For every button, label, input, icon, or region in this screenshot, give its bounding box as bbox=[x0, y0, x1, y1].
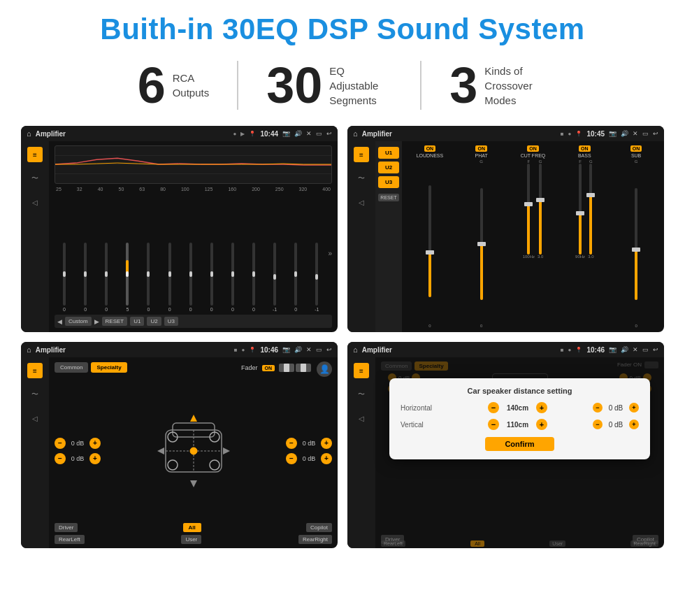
spk-plus-3[interactable]: + bbox=[321, 438, 332, 449]
eq-u1-btn[interactable]: U1 bbox=[130, 317, 144, 326]
dlg-home-icon[interactable]: ⌂ bbox=[353, 345, 358, 354]
eq-u3-btn[interactable]: U3 bbox=[164, 317, 178, 326]
spk-home-icon[interactable]: ⌂ bbox=[27, 345, 31, 354]
spk-copilot-btn[interactable]: Copilot bbox=[306, 523, 332, 532]
dlg-horizontal-plus[interactable]: + bbox=[536, 402, 547, 413]
spk-wave-icon[interactable]: 〜 bbox=[27, 387, 43, 402]
spk-rearright-btn[interactable]: RearRight bbox=[298, 535, 332, 544]
dlg-vertical-label: Vertical bbox=[401, 421, 442, 429]
dlg-rearright-btn[interactable]: RearRight bbox=[630, 540, 658, 547]
eq-reset-btn[interactable]: RESET bbox=[102, 317, 128, 326]
xover-wave-icon[interactable]: 〜 bbox=[354, 171, 369, 186]
spk-spk-icon[interactable]: ◁ bbox=[27, 410, 43, 426]
eq-next-icon[interactable]: ▶ bbox=[94, 318, 99, 325]
spk-db-row-1: − 0 dB + bbox=[55, 438, 101, 449]
spk-minus-2[interactable]: − bbox=[55, 453, 66, 464]
eq-eq-icon[interactable]: ≡ bbox=[27, 147, 43, 162]
dlg-wave-icon[interactable]: 〜 bbox=[354, 387, 369, 402]
confirm-button[interactable]: Confirm bbox=[485, 437, 554, 451]
xover-cutfreq-f-slider[interactable] bbox=[527, 164, 530, 255]
eq-speaker-icon[interactable]: ◁ bbox=[27, 194, 43, 210]
eq-sidebar: ≡ 〜 ◁ bbox=[21, 141, 49, 332]
spk-common-tab[interactable]: Common bbox=[55, 362, 88, 373]
dlg-all-btn[interactable]: All bbox=[470, 540, 484, 547]
eq-slider-2: 0 bbox=[75, 243, 95, 312]
dlg-db-top-minus[interactable]: − bbox=[593, 403, 603, 413]
dlg-db-top-plus[interactable]: + bbox=[629, 403, 639, 413]
eq-custom-btn[interactable]: Custom bbox=[65, 317, 92, 326]
spk-minus-4[interactable]: − bbox=[286, 453, 297, 464]
dlg-user-btn[interactable]: User bbox=[549, 540, 565, 547]
dlg-rearleft-btn[interactable]: RearLeft bbox=[381, 540, 405, 547]
spk-plus-1[interactable]: + bbox=[89, 438, 101, 449]
fader-slider-2[interactable] bbox=[296, 364, 311, 372]
eq-thumb-1[interactable] bbox=[63, 271, 66, 277]
xover-home-icon[interactable]: ⌂ bbox=[353, 129, 358, 138]
eq-wave-icon[interactable]: 〜 bbox=[27, 171, 43, 186]
eq-prev-icon[interactable]: ◀ bbox=[57, 318, 62, 325]
eq-thumb-11[interactable] bbox=[273, 274, 276, 280]
eq-thumb-4[interactable] bbox=[126, 271, 129, 277]
eq-thumb-7[interactable] bbox=[189, 271, 192, 277]
xover-phat-on[interactable]: ON bbox=[475, 145, 487, 152]
dlg-vertical-minus[interactable]: − bbox=[488, 419, 499, 430]
spk-user-btn[interactable]: User bbox=[181, 535, 201, 544]
fader-on-btn[interactable]: ON bbox=[262, 365, 275, 371]
spk-specialty-tab[interactable]: Specialty bbox=[91, 362, 127, 373]
fader-slider-1[interactable] bbox=[279, 364, 294, 372]
xover-bass-g-slider[interactable] bbox=[589, 164, 592, 255]
xover-title: Amplifier bbox=[362, 130, 556, 138]
eq-thumb-2[interactable] bbox=[84, 271, 87, 277]
eq-thumb-9[interactable] bbox=[231, 271, 234, 277]
spk-minus-1[interactable]: − bbox=[55, 438, 66, 449]
spk-plus-4[interactable]: + bbox=[321, 453, 332, 464]
xover-reset-btn[interactable]: RESET bbox=[378, 194, 399, 201]
eq-u2-btn[interactable]: U2 bbox=[147, 317, 161, 326]
xover-u3-btn[interactable]: U3 bbox=[378, 176, 399, 188]
eq-title: Amplifier bbox=[36, 130, 229, 138]
spk-rearleft-btn[interactable]: RearLeft bbox=[55, 535, 85, 544]
dlg-db-bot-minus[interactable]: − bbox=[593, 420, 603, 429]
eq-time: 10:44 bbox=[260, 130, 278, 138]
xover-bass-f-slider[interactable] bbox=[579, 164, 582, 255]
xover-cutfreq-g-slider[interactable] bbox=[539, 164, 542, 255]
xover-sub-slider[interactable] bbox=[635, 188, 637, 300]
eq-thumb-3[interactable] bbox=[105, 271, 108, 277]
xover-sub-on[interactable]: ON bbox=[630, 145, 642, 152]
eq-expand-icon[interactable]: » bbox=[328, 250, 332, 257]
spk-all-btn[interactable]: All bbox=[183, 523, 201, 532]
dlg-eq-icon[interactable]: ≡ bbox=[354, 363, 369, 378]
spk-plus-2[interactable]: + bbox=[89, 453, 101, 464]
dlg-vertical-plus[interactable]: + bbox=[536, 419, 547, 430]
eq-thumb-5[interactable] bbox=[147, 271, 150, 277]
spk-minus-3[interactable]: − bbox=[286, 438, 297, 449]
home-icon[interactable]: ⌂ bbox=[27, 129, 31, 138]
dlg-sidebar: ≡ 〜 ◁ bbox=[347, 357, 375, 548]
spk-right-panel: − 0 dB + − 0 dB + bbox=[286, 381, 332, 520]
xover-status-bar: ⌂ Amplifier ■ ● 📍 10:45 📷 🔊 ✕ ▭ ↩ bbox=[347, 126, 664, 141]
spk-eq-icon[interactable]: ≡ bbox=[27, 363, 43, 378]
spk-time: 10:46 bbox=[260, 346, 278, 354]
dlg-spk-icon[interactable]: ◁ bbox=[354, 410, 369, 426]
dlg-db-bot-plus[interactable]: + bbox=[629, 420, 639, 429]
xover-bass-on[interactable]: ON bbox=[579, 145, 591, 152]
eq-thumb-12[interactable] bbox=[294, 271, 297, 277]
xover-u2-btn[interactable]: U2 bbox=[378, 162, 399, 173]
eq-freq-labels: 25 32 40 50 63 80 100 125 160 200 250 32… bbox=[55, 187, 332, 192]
eq-thumb-13[interactable] bbox=[315, 274, 318, 280]
xover-time: 10:45 bbox=[586, 130, 605, 138]
xover-loudness-slider[interactable] bbox=[428, 185, 431, 297]
stat-label-eq: EQ AdjustableSegments bbox=[329, 64, 392, 108]
xover-eq-icon[interactable]: ≡ bbox=[354, 147, 369, 162]
xover-phat-slider[interactable] bbox=[480, 188, 483, 300]
spk-driver-btn[interactable]: Driver bbox=[55, 523, 78, 532]
dlg-horizontal-minus[interactable]: − bbox=[488, 402, 499, 413]
xover-cutfreq-on[interactable]: ON bbox=[527, 145, 539, 152]
xover-loudness-on[interactable]: ON bbox=[424, 145, 436, 152]
eq-screen: ⌂ Amplifier ● ▶ 📍 10:44 📷 🔊 ✕ ▭ ↩ ≡ 〜 ◁ bbox=[21, 126, 338, 332]
xover-speaker-icon[interactable]: ◁ bbox=[354, 194, 369, 210]
eq-thumb-10[interactable] bbox=[252, 271, 255, 277]
eq-thumb-8[interactable] bbox=[210, 271, 213, 277]
xover-u1-btn[interactable]: U1 bbox=[378, 147, 399, 159]
eq-thumb-6[interactable] bbox=[168, 271, 171, 277]
